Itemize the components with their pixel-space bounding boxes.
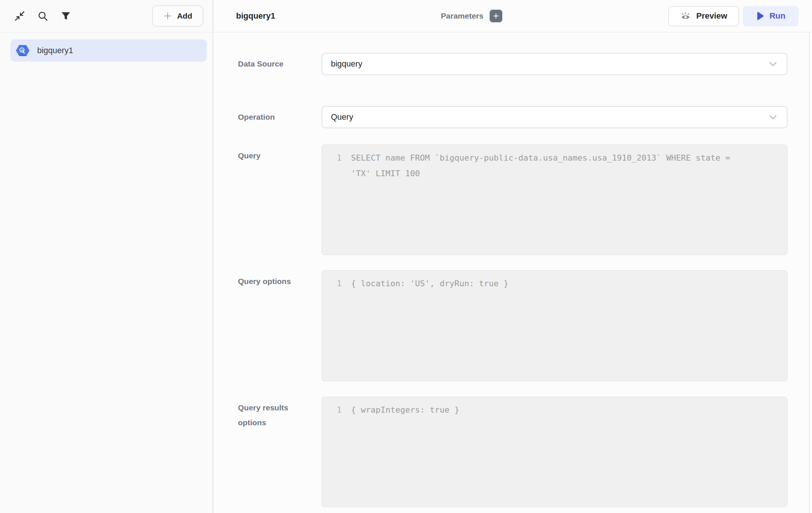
line-number: 1 — [329, 150, 342, 166]
data-source-select[interactable]: bigquery — [322, 53, 787, 75]
data-source-value: bigquery — [331, 59, 362, 69]
parameters-group: Parameters — [441, 10, 502, 22]
operation-select[interactable]: Query — [322, 106, 787, 128]
query-options-editor[interactable]: 1 { location: 'US', dryRun: true } — [322, 270, 787, 381]
sidebar-item-label: bigquery1 — [37, 46, 73, 55]
play-icon — [756, 12, 764, 20]
operation-row: Operation Query — [238, 106, 812, 128]
bigquery-icon — [16, 44, 30, 57]
preview-button[interactable]: Preview — [668, 6, 739, 26]
operation-value: Query — [331, 112, 353, 122]
eye-icon — [680, 10, 691, 22]
line-number: 1 — [329, 402, 342, 418]
filter-icon[interactable] — [60, 10, 71, 22]
header-buttons: Preview Run — [668, 6, 799, 26]
run-button-label: Run — [770, 11, 786, 21]
query-code-editor[interactable]: 1 SELECT name FROM `bigquery-public-data… — [322, 145, 787, 255]
query-options-text: { location: 'US', dryRun: true } — [351, 276, 745, 291]
chevron-down-icon — [767, 58, 779, 70]
add-button-label: Add — [177, 12, 192, 20]
query-row: Query 1 SELECT name FROM `bigquery-publi… — [238, 145, 812, 255]
add-query-button[interactable]: Add — [152, 5, 203, 27]
add-parameter-button[interactable] — [490, 10, 502, 22]
query-options-label: Query options — [238, 270, 322, 289]
query-results-options-label: Query results options — [238, 397, 322, 430]
chevron-down-icon — [767, 112, 779, 123]
main-panel: bigquery1 Parameters Preview — [214, 0, 812, 513]
plus-icon — [493, 13, 499, 19]
sidebar-header: Add — [0, 0, 213, 32]
plus-icon — [163, 12, 172, 20]
preview-button-label: Preview — [696, 11, 727, 21]
page-title: bigquery1 — [236, 11, 275, 21]
query-label: Query — [238, 145, 322, 163]
query-results-options-row: Query results options 1 { wrapIntegers: … — [238, 397, 812, 507]
sidebar-item-bigquery1[interactable]: bigquery1 — [10, 39, 207, 62]
query-options-row: Query options 1 { location: 'US', dryRun… — [238, 270, 812, 381]
line-number: 1 — [329, 276, 342, 291]
run-button[interactable]: Run — [743, 6, 799, 26]
operation-label: Operation — [238, 110, 322, 125]
sidebar: Add bigquery1 — [0, 0, 213, 513]
query-results-options-editor[interactable]: 1 { wrapIntegers: true } — [322, 397, 787, 507]
query-form: Data Source bigquery Operation Query — [214, 53, 812, 507]
query-code-text: SELECT name FROM `bigquery-public-data.u… — [351, 150, 745, 181]
query-results-options-text: { wrapIntegers: true } — [351, 402, 745, 418]
collapse-icon[interactable] — [14, 10, 25, 22]
data-source-row: Data Source bigquery — [238, 53, 812, 75]
search-icon[interactable] — [37, 10, 48, 22]
main-header: bigquery1 Parameters Preview — [214, 0, 812, 32]
data-source-label: Data Source — [238, 57, 322, 71]
parameters-label: Parameters — [441, 12, 483, 20]
